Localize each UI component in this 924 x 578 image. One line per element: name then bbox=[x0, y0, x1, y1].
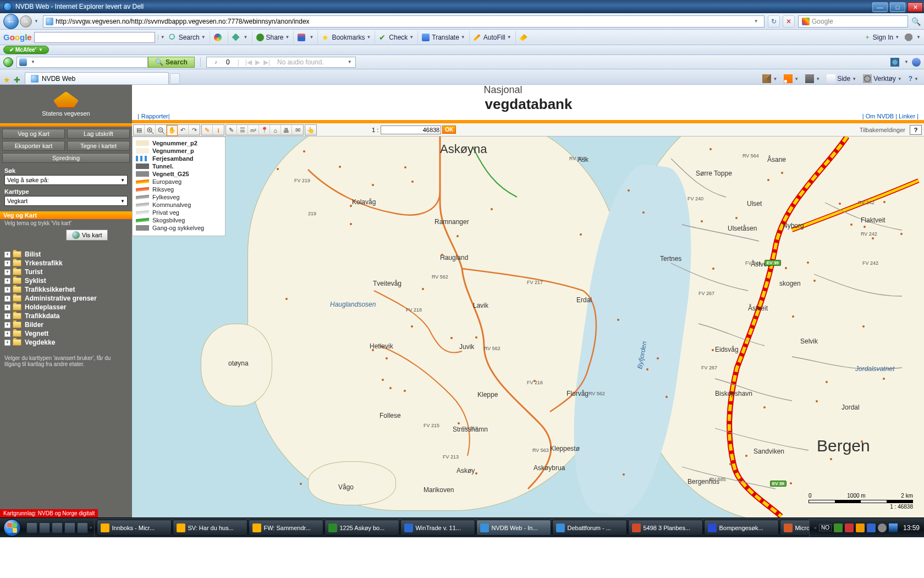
ql-icon-1[interactable] bbox=[26, 522, 37, 533]
expand-icon[interactable]: + bbox=[4, 296, 10, 302]
btn-veg-og-kart[interactable]: Veg og Kart bbox=[2, 129, 65, 139]
task-button[interactable]: SV: Har du hus... bbox=[173, 520, 248, 536]
tool-distance-icon[interactable]: ☰ bbox=[237, 125, 248, 136]
settings-icon-1[interactable] bbox=[890, 58, 899, 67]
task-button[interactable]: Bompengesøk... bbox=[704, 520, 779, 536]
google-signin-button[interactable]: Sign In bbox=[873, 34, 893, 41]
add-favorite-icon[interactable]: ✚ bbox=[14, 75, 20, 84]
tool-edit-icon[interactable]: ✎ bbox=[226, 125, 237, 136]
tree-node-vegdekke[interactable]: +Vegdekke bbox=[4, 339, 128, 346]
tree-node-trafikksikkerhet[interactable]: +Trafikksikkerhet bbox=[4, 286, 128, 293]
google-unknown-btn-2[interactable]: ▼ bbox=[228, 31, 252, 44]
tray-icon-1[interactable] bbox=[834, 524, 843, 532]
expand-icon[interactable]: + bbox=[4, 252, 10, 258]
expand-icon[interactable]: + bbox=[4, 260, 10, 266]
tab-nvdb[interactable]: NVDB Web bbox=[25, 72, 169, 84]
google-unknown-btn-1[interactable] bbox=[210, 31, 228, 44]
google-search-button[interactable]: Search▼ bbox=[165, 31, 210, 44]
tool-info-icon[interactable]: i bbox=[213, 125, 224, 136]
ql-icon-5[interactable] bbox=[77, 522, 88, 533]
link-rapporter[interactable]: Rapporter bbox=[141, 113, 168, 119]
tool-home-icon[interactable]: ⌂ bbox=[270, 125, 281, 136]
nav-history-dropdown[interactable]: ▼ bbox=[34, 19, 38, 24]
window-maximize-button[interactable]: □ bbox=[890, 2, 905, 12]
tool-print-icon[interactable]: 🖶 bbox=[281, 125, 292, 136]
task-button[interactable]: Microsoft Pow... bbox=[780, 520, 809, 536]
secondary-search-input[interactable] bbox=[37, 57, 147, 67]
tray-language[interactable]: NO bbox=[819, 524, 832, 531]
tool-measure-icon[interactable]: m² bbox=[248, 125, 259, 136]
new-tab-button[interactable] bbox=[170, 73, 180, 84]
ql-icon-4[interactable] bbox=[64, 522, 75, 533]
expand-icon[interactable]: + bbox=[4, 331, 10, 337]
google-highlight-button[interactable] bbox=[515, 31, 534, 44]
google-logo-icon[interactable]: Google bbox=[3, 32, 32, 42]
btn-lag-utskrift[interactable]: Lag utskrift bbox=[67, 129, 130, 139]
ql-icon-2[interactable] bbox=[39, 522, 50, 533]
sok-select[interactable]: Velg å søke på:▼ bbox=[4, 175, 128, 185]
back-button[interactable]: ← bbox=[3, 14, 19, 29]
task-button[interactable]: Debattforum - ... bbox=[552, 520, 627, 536]
start-button[interactable] bbox=[0, 518, 24, 538]
task-button[interactable]: 5498 3 Planbes... bbox=[628, 520, 703, 536]
link-om-nvdb[interactable]: Om NVDB bbox=[866, 113, 894, 119]
tray-icon-4[interactable] bbox=[867, 524, 876, 532]
window-minimize-button[interactable]: — bbox=[872, 2, 888, 12]
task-button[interactable]: 1225 Askøy bo... bbox=[324, 520, 399, 536]
tray-volume-icon[interactable] bbox=[878, 524, 887, 532]
task-button[interactable]: FW: Sammendr... bbox=[249, 520, 323, 536]
google-bookmarks-button[interactable]: ★Bookmarks▼ bbox=[317, 31, 375, 44]
tool-legend-icon[interactable]: ▤ bbox=[134, 125, 145, 136]
expand-icon[interactable]: + bbox=[4, 322, 10, 328]
settings-icon-2[interactable] bbox=[912, 58, 921, 67]
forward-button[interactable]: → bbox=[20, 15, 32, 28]
tree-node-syklist[interactable]: +Syklist bbox=[4, 277, 128, 285]
vis-kart-button[interactable]: Vis kart bbox=[66, 230, 108, 241]
tree-node-bilist[interactable]: +Bilist bbox=[4, 250, 128, 258]
tool-pointer-icon[interactable]: 👆 bbox=[305, 125, 316, 136]
refresh-button[interactable]: ↻ bbox=[768, 15, 780, 28]
btn-spredning[interactable]: Spredning bbox=[2, 153, 130, 163]
expand-icon[interactable]: + bbox=[4, 287, 10, 293]
ql-icon-3[interactable] bbox=[52, 522, 63, 533]
tool-zoom-in-icon[interactable] bbox=[145, 125, 156, 136]
task-button[interactable]: NVDB Web - In... bbox=[476, 520, 551, 536]
task-button[interactable]: Innboks - Micr... bbox=[97, 520, 172, 536]
cmd-tools-button[interactable]: Verktøy▼ bbox=[861, 73, 904, 84]
audio-prev-icon[interactable]: |◀ bbox=[245, 58, 252, 66]
address-dropdown-icon[interactable]: ▼ bbox=[751, 19, 762, 24]
tool-next-extent-icon[interactable]: ↷ bbox=[189, 125, 200, 136]
tool-marker-icon[interactable]: 📍 bbox=[259, 125, 270, 136]
tree-node-administrative-grenser[interactable]: +Administrative grenser bbox=[4, 295, 128, 302]
btn-eksporter-kart[interactable]: Eksporter kart bbox=[2, 141, 65, 151]
tree-node-turist[interactable]: +Turist bbox=[4, 268, 128, 276]
cmd-home-button[interactable]: ▼ bbox=[760, 73, 779, 84]
cmd-page-button[interactable]: Side▼ bbox=[824, 73, 859, 84]
secondary-search-button[interactable]: 🔍Search bbox=[148, 57, 195, 68]
help-button[interactable]: ? bbox=[910, 125, 922, 135]
tree-node-yrkestrafikk[interactable]: +Yrkestrafikk bbox=[4, 259, 128, 267]
cmd-help-button[interactable]: ?▼ bbox=[906, 74, 921, 84]
map-viewport[interactable]: AskøynaKolavågRamnangerAskSørre ToppeÅsa… bbox=[132, 137, 924, 517]
tray-overflow-icon[interactable]: « bbox=[814, 525, 817, 531]
expand-icon[interactable]: + bbox=[4, 304, 10, 310]
tool-prev-extent-icon[interactable]: ↶ bbox=[178, 125, 189, 136]
tool-zoom-out-icon[interactable] bbox=[156, 125, 167, 136]
expand-icon[interactable]: + bbox=[4, 313, 10, 319]
google-autofill-button[interactable]: AutoFill▼ bbox=[469, 31, 515, 44]
wrench-icon[interactable] bbox=[905, 34, 912, 41]
tool-pan-icon[interactable]: ✋ bbox=[167, 125, 178, 136]
audio-dropdown[interactable]: ▼ bbox=[348, 59, 352, 64]
expand-icon[interactable]: + bbox=[4, 278, 10, 284]
google-translate-button[interactable]: Translate▼ bbox=[417, 31, 469, 44]
google-check-button[interactable]: ✔Check▼ bbox=[375, 31, 417, 44]
audio-play-icon[interactable]: ▶ bbox=[255, 58, 260, 66]
expand-icon[interactable]: + bbox=[4, 340, 10, 346]
tool-draw-icon[interactable]: ✎ bbox=[202, 125, 213, 136]
scale-input[interactable] bbox=[381, 126, 441, 134]
address-bar[interactable]: http://svvgw.vegvesen.no/http://svvnvdba… bbox=[43, 15, 765, 28]
globe-icon[interactable] bbox=[3, 57, 13, 67]
secondary-search-field[interactable]: ▼ bbox=[16, 57, 148, 68]
google-sidewiki-button[interactable]: ▼ bbox=[293, 31, 317, 44]
tray-icon-2[interactable] bbox=[845, 524, 854, 532]
